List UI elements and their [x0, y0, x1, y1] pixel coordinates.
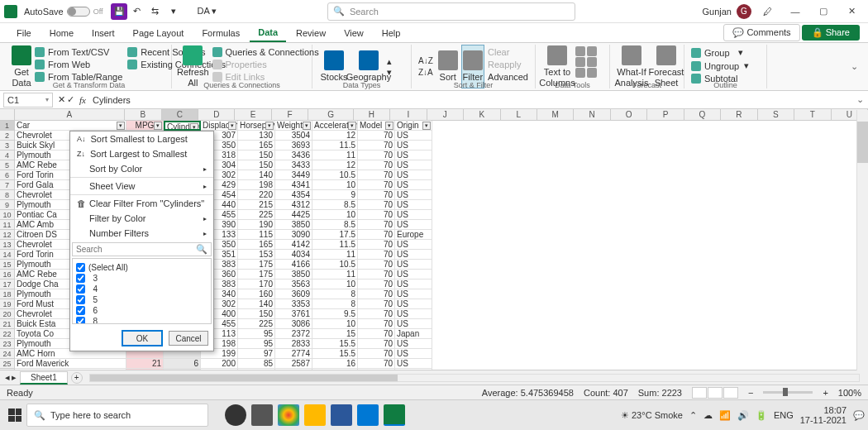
data-cell[interactable]: 70	[358, 270, 395, 280]
enter-formula[interactable]: ✓	[67, 94, 74, 105]
row-header-2[interactable]: 2	[0, 131, 15, 141]
data-cell[interactable]: 12	[312, 160, 358, 170]
fx-icon[interactable]: fx	[79, 95, 86, 105]
data-cell[interactable]: 2833	[275, 339, 312, 349]
mic-icon[interactable]: 🖊	[755, 2, 780, 21]
tab-formulas[interactable]: Formulas	[193, 25, 248, 41]
row-header-25[interactable]: 25	[0, 359, 15, 369]
filter-checkbox[interactable]: (Select All)	[76, 262, 207, 273]
data-cell[interactable]: 70	[358, 160, 395, 170]
data-cell[interactable]: 3449	[275, 170, 312, 180]
data-cell[interactable]: 3850	[275, 270, 312, 280]
qat-customize[interactable]: ▾	[165, 3, 182, 20]
col-header-T[interactable]: T	[794, 109, 831, 120]
data-cell[interactable]: 160	[238, 289, 275, 299]
row-header-12[interactable]: 12	[0, 230, 15, 240]
sort-asc[interactable]: A↓Sort Smallest to Largest	[70, 131, 213, 146]
store-icon[interactable]	[357, 404, 379, 426]
data-cell[interactable]: 10	[312, 319, 358, 329]
data-cell[interactable]: 175	[238, 270, 275, 280]
data-cell[interactable]: 225	[238, 319, 275, 329]
row-header-11[interactable]: 11	[0, 220, 15, 230]
data-cell[interactable]: 4425	[275, 210, 312, 220]
zoom-level[interactable]: 100%	[838, 388, 861, 398]
data-cell[interactable]: 70	[358, 299, 395, 309]
header-cell[interactable]: Car▾	[15, 121, 126, 131]
data-cell[interactable]: 198	[238, 180, 275, 190]
data-cell[interactable]: 15	[312, 329, 358, 339]
row-header-21[interactable]: 21	[0, 319, 15, 329]
data-cell[interactable]: 11	[312, 270, 358, 280]
row-header-9[interactable]: 9	[0, 200, 15, 210]
data-cell[interactable]: 4142	[275, 240, 312, 250]
tray-battery[interactable]: 🔋	[756, 410, 767, 421]
row-header-15[interactable]: 15	[0, 260, 15, 270]
data-cell[interactable]: 175	[238, 260, 275, 270]
row-header-5[interactable]: 5	[0, 160, 15, 170]
data-cell[interactable]: 70	[358, 339, 395, 349]
data-cell[interactable]: US	[395, 210, 432, 220]
data-cell[interactable]: 153	[238, 250, 275, 260]
data-cell[interactable]: 140	[238, 299, 275, 309]
view-break[interactable]	[723, 387, 738, 399]
data-cell[interactable]: US	[395, 240, 432, 250]
data-cell[interactable]: 70	[358, 230, 395, 240]
row-header-7[interactable]: 7	[0, 180, 15, 190]
filter-checkbox[interactable]: 8	[76, 316, 207, 324]
filter-arrow[interactable]: ▾	[190, 123, 198, 131]
filter-arrow[interactable]: ▾	[154, 122, 162, 130]
data-cell[interactable]: 3693	[275, 141, 312, 150]
autosave-toggle[interactable]	[67, 7, 90, 17]
data-cell[interactable]: 3436	[275, 150, 312, 160]
tray-cloud[interactable]: ☁	[703, 410, 713, 421]
filter-search[interactable]: 🔍	[72, 242, 212, 256]
data-cell[interactable]: US	[395, 200, 432, 210]
filter-arrow[interactable]: ▾	[385, 122, 393, 130]
data-cell[interactable]: 11	[312, 250, 358, 260]
taskbar-search[interactable]: 🔍Type here to search	[26, 404, 208, 427]
data-cell[interactable]: 215	[238, 200, 275, 210]
col-header-C[interactable]: C	[162, 109, 198, 120]
properties[interactable]: Properties	[211, 59, 321, 70]
data-cell[interactable]: Japan	[395, 369, 432, 370]
data-cell[interactable]: 70	[358, 319, 395, 329]
header-cell[interactable]: Acceleration▾	[312, 121, 358, 131]
sheet-tab[interactable]: Sheet1	[20, 371, 68, 385]
data-cell[interactable]: 3563	[275, 280, 312, 289]
data-cell[interactable]: 170	[238, 280, 275, 289]
col-header-E[interactable]: E	[235, 109, 271, 120]
data-cell[interactable]: 10	[312, 280, 358, 289]
start-button[interactable]	[3, 404, 26, 427]
data-cell[interactable]: 70	[358, 329, 395, 339]
data-cell[interactable]: US	[395, 359, 432, 369]
redo-button[interactable]: ⇆	[147, 3, 164, 20]
col-header-O[interactable]: O	[611, 109, 647, 120]
data-cell[interactable]: 70	[358, 170, 395, 180]
from-textcsv[interactable]: From Text/CSV	[33, 46, 124, 58]
col-header-N[interactable]: N	[574, 109, 610, 120]
header-cell[interactable]: Cylinders▾	[164, 121, 201, 131]
ungroup[interactable]: Ungroup▾	[689, 60, 751, 72]
sort-az[interactable]: A↓Z	[417, 55, 435, 66]
header-cell[interactable]: Weight▾	[275, 121, 312, 131]
filter-arrow[interactable]: ▾	[422, 122, 431, 130]
tab-review[interactable]: Review	[288, 25, 334, 41]
data-cell[interactable]: 3090	[275, 230, 312, 240]
data-cell[interactable]: 6	[164, 359, 201, 369]
data-cell[interactable]: 4312	[275, 200, 312, 210]
row-header-4[interactable]: 4	[0, 150, 15, 160]
data-cell[interactable]: 70	[358, 260, 395, 270]
tab-view[interactable]: View	[336, 25, 372, 41]
reapply[interactable]: Reapply	[486, 59, 530, 70]
comments-button[interactable]: 💬 Comments	[723, 24, 799, 41]
number-filters[interactable]: Number Filters▸	[70, 226, 213, 241]
cancel-formula[interactable]: ✕	[58, 94, 65, 105]
search-bar[interactable]: 🔍 Search	[327, 2, 575, 21]
data-cell[interactable]: 190	[238, 220, 275, 230]
data-cell[interactable]: 4341	[275, 180, 312, 190]
data-cell[interactable]: 15.5	[312, 349, 358, 359]
row-header-23[interactable]: 23	[0, 339, 15, 349]
data-cell[interactable]: US	[395, 349, 432, 359]
col-header-S[interactable]: S	[758, 109, 794, 120]
data-cell[interactable]: 3353	[275, 299, 312, 309]
